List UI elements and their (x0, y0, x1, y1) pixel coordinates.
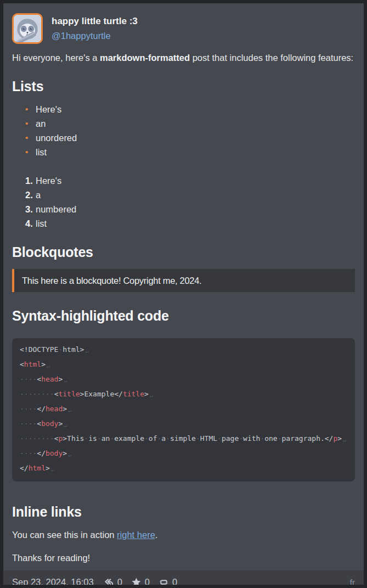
right-here-link[interactable]: right here (117, 530, 155, 540)
post-header: happy little turtle :3 @1happyturtle (12, 13, 355, 44)
unordered-list: •Here's•an•unordered•list (12, 102, 355, 159)
list-item: •Here's (25, 102, 355, 116)
author-info: happy little turtle :3 @1happyturtle (52, 13, 138, 43)
outro-paragraph: Thanks for reading! (12, 551, 355, 565)
link-sentence-post: . (155, 530, 158, 540)
blockquote: This here is a blockquote! Copyright me,… (12, 269, 355, 292)
intro-text-post: post that includes the following feature… (190, 53, 353, 63)
code-line: </html>↵ (20, 462, 347, 477)
boost-count: 0 (172, 577, 177, 587)
eol-mark-icon: ↵ (149, 393, 153, 399)
language-tag: fr (350, 578, 355, 587)
list-number: 3. (25, 202, 36, 216)
eol-mark-icon: ↵ (67, 452, 71, 458)
favourite-count: 0 (145, 577, 150, 587)
list-item-text: unordered (36, 131, 77, 145)
list-number: 4. (25, 216, 36, 231)
code-line: ····</head>↵ (20, 402, 347, 417)
list-item: 4.list (25, 216, 355, 231)
reply-icon (104, 577, 114, 587)
list-item: •list (25, 145, 355, 159)
link-paragraph: You can see this in action right here. (12, 528, 355, 542)
eol-mark-icon: ↵ (50, 467, 54, 473)
ordered-list: 1.Here's2.a3.numbered4.list (12, 173, 355, 231)
list-item-text: list (36, 216, 47, 231)
heading-inline-links: Inline links (12, 503, 355, 520)
heading-blockquotes: Blockquotes (12, 244, 355, 260)
list-item: •an (25, 116, 355, 131)
eol-mark-icon: ↵ (63, 378, 67, 384)
eol-mark-icon: ↵ (342, 437, 346, 443)
list-number: 2. (25, 188, 36, 202)
list-item: 2.a (25, 188, 355, 202)
boost-stat[interactable]: 0 (159, 577, 177, 587)
display-name: happy little turtle :3 (52, 14, 138, 29)
eol-mark-icon: ↵ (67, 407, 71, 413)
code-line: ····</body>↵ (20, 447, 347, 462)
eol-mark-icon: ↵ (63, 422, 67, 428)
sloth-avatar-icon (14, 15, 41, 42)
list-item-text: numbered (36, 202, 76, 216)
intro-text-pre: Hi everyone, here's a (12, 53, 100, 63)
link-sentence-pre: You can see this in action (12, 530, 117, 540)
star-icon (131, 577, 142, 587)
post-card: happy little turtle :3 @1happyturtle Hi … (0, 0, 367, 588)
heading-code: Syntax-highlighted code (12, 307, 355, 324)
code-line: ····<head>↵ (20, 373, 347, 388)
post-content: happy little turtle :3 @1happyturtle Hi … (3, 3, 364, 570)
list-item-text: a (36, 188, 41, 202)
list-number: 1. (25, 173, 36, 188)
list-item-text: Here's (36, 173, 61, 188)
list-item: 1.Here's (25, 173, 355, 188)
bullet-icon: • (25, 131, 36, 145)
code-line: <html>↵ (20, 358, 347, 373)
code-line: ········<p>This·is·an·example·of·a·simpl… (20, 432, 347, 447)
favourite-stat[interactable]: 0 (131, 577, 150, 587)
list-item: •unordered (25, 131, 355, 145)
code-block: <!DOCTYPE·html>↵<html>↵····<head>↵······… (12, 338, 355, 481)
list-item-text: an (36, 116, 46, 131)
code-line: <!DOCTYPE·html>↵ (20, 343, 347, 358)
list-item-text: list (36, 145, 47, 159)
author-handle-link[interactable]: @1happyturtle (52, 31, 111, 41)
bullet-icon: • (25, 102, 36, 116)
timestamp: Sep 23, 2024, 16:03 (12, 577, 94, 587)
code-line: ····<body>↵ (20, 417, 347, 432)
eol-mark-icon: ↵ (84, 348, 88, 354)
bullet-icon: • (25, 116, 36, 131)
intro-text-bold: markdown-formatted (100, 53, 190, 63)
reply-stat[interactable]: 0 (104, 577, 122, 587)
eol-mark-icon: ↵ (46, 363, 50, 369)
list-item-text: Here's (36, 102, 61, 116)
bullet-icon: • (25, 145, 36, 159)
post-footer: Sep 23, 2024, 16:03 0 0 (3, 570, 364, 588)
heading-lists: Lists (12, 78, 355, 94)
avatar[interactable] (12, 13, 43, 44)
code-line: ········<title>Example</title>↵ (20, 388, 347, 402)
reply-count: 0 (117, 577, 122, 587)
boost-icon (159, 577, 169, 587)
list-item: 3.numbered (25, 202, 355, 216)
intro-paragraph: Hi everyone, here's a markdown-formatted… (12, 51, 355, 65)
